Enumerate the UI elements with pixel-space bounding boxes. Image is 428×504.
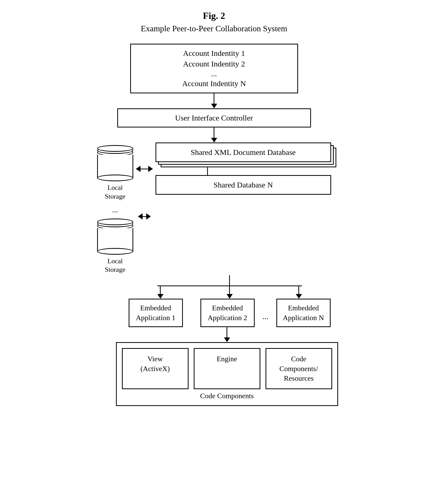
bidir-arrow-inner xyxy=(136,166,153,172)
code-components-label: Code Components xyxy=(122,392,332,400)
cylinder-2 xyxy=(97,219,133,255)
view-activex-box: View (ActiveX) xyxy=(122,348,189,389)
embedded-app-1-box: Embedded Application 1 xyxy=(129,299,183,327)
account-line2: Account Indentity 2 xyxy=(136,59,292,69)
harrow-left-head xyxy=(138,213,143,220)
local-storage-column: Local Storage ... Local Storage xyxy=(97,145,133,274)
arrow-uic-to-xml xyxy=(211,127,217,142)
xml-db-main-box: Shared XML Document Database xyxy=(155,142,331,162)
bidir-arrow-xml xyxy=(136,166,153,172)
bidir-arrow-shaft xyxy=(141,169,148,169)
engine-box: Engine xyxy=(194,348,260,389)
arrow-to-app1 xyxy=(157,286,164,299)
vline-xml-to-sdb xyxy=(207,167,208,175)
embedded-app-2-box: Embedded Application 2 xyxy=(200,299,255,327)
storage-dots: ... xyxy=(112,205,118,214)
code-inner-row: View (ActiveX) Engine Code Components/ R… xyxy=(122,348,332,389)
cyl-top1-layer3 xyxy=(97,145,133,152)
shared-db-n-box: Shared Database N xyxy=(155,175,331,195)
account-box: Account Indentity 1 Account Indentity 2 … xyxy=(130,44,298,93)
arrow-to-app2 xyxy=(227,286,233,299)
fig-subtitle: Example Peer-to-Peer Collaboration Syste… xyxy=(141,24,287,33)
cyl-bottom-1 xyxy=(97,175,133,181)
code-resources-box: Code Components/ Resources xyxy=(266,348,332,389)
branch-lines xyxy=(59,275,369,299)
fig-title: Fig. 2 xyxy=(203,10,225,21)
harrow-left-shaft xyxy=(143,216,146,217)
bidir-arrow-left-head xyxy=(136,166,141,172)
account-dots: ... xyxy=(136,69,292,78)
uic-box: User Interface Controller xyxy=(117,108,311,128)
arrow-to-appN xyxy=(296,286,302,299)
arrow-account-to-uic xyxy=(211,93,217,108)
diagram-container: Fig. 2 Example Peer-to-Peer Collaboratio… xyxy=(59,10,369,406)
arrow-app2-to-code xyxy=(224,327,230,342)
three-drops xyxy=(157,286,302,299)
xml-db-stacked: Shared XML Document Database xyxy=(155,142,331,162)
embedded-app-N-box: Embedded Application N xyxy=(276,299,331,327)
embedded-apps-row: Embedded Application 1 Embedded Applicat… xyxy=(75,299,385,327)
cylinder-1 xyxy=(97,145,133,181)
embedded-app-N: Embedded Application N xyxy=(276,299,331,327)
xml-row: Local Storage ... Local Storage xyxy=(59,142,369,274)
bidir-arrow-right-head xyxy=(148,166,153,172)
harrow-left-inner xyxy=(138,213,151,220)
emb-dots xyxy=(191,299,193,324)
account-lineN: Account Indentity N xyxy=(136,78,292,89)
cyl-bottom-2 xyxy=(97,248,133,255)
local-storage-label-1: Local Storage xyxy=(105,183,125,201)
embedded-app-2: Embedded Application 2 xyxy=(200,299,255,327)
cyl-top2-layer3 xyxy=(97,219,133,225)
local-storage-label-2: Local Storage xyxy=(105,257,125,274)
emb-dots-2: ... xyxy=(262,299,269,321)
arrow-sdb xyxy=(138,213,151,220)
db-boxes-column: Shared XML Document Database Shared Data… xyxy=(155,142,331,195)
embedded-app-1: Embedded Application 1 xyxy=(129,299,183,327)
branch-center xyxy=(157,275,302,299)
arrow-column xyxy=(136,150,153,220)
shared-db-n-container: Shared Database N xyxy=(155,175,331,195)
vline-branch-top xyxy=(229,275,230,285)
account-line1: Account Indentity 1 xyxy=(136,48,292,59)
harrow-right-head xyxy=(146,213,151,220)
code-components-outer: View (ActiveX) Engine Code Components/ R… xyxy=(116,342,338,406)
branch-section: Embedded Application 1 Embedded Applicat… xyxy=(59,274,369,406)
